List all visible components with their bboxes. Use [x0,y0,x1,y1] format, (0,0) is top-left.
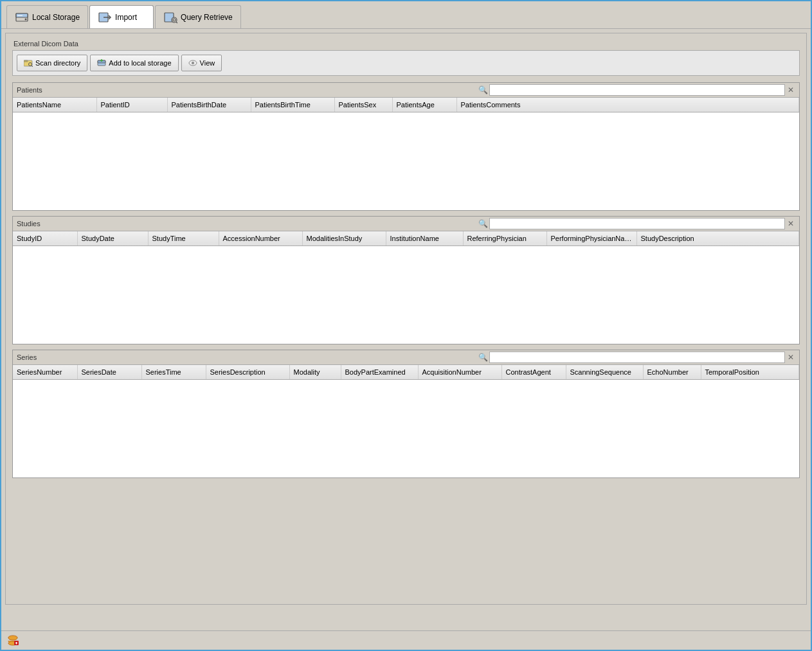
main-content-area: External Dicom Data Scan directory [1,28,811,630]
col-temporal-position: TemporalPosition [701,365,799,379]
studies-close-btn[interactable]: ✕ [786,219,795,228]
patients-section-header: Patients 🔍 ✕ [13,83,799,98]
series-search-input[interactable] [489,352,785,363]
col-acquisition-number: AcquisitionNumber [418,365,501,379]
query-icon [163,10,177,24]
svg-rect-3 [17,15,23,16]
tab-local-storage-label: Local Storage [32,13,80,22]
studies-title: Studies [17,220,41,227]
patients-search-icon[interactable]: 🔍 [478,85,488,94]
col-study-time: StudyTime [148,231,219,245]
series-search-icon[interactable]: 🔍 [478,353,488,362]
studies-search-input[interactable] [489,218,785,229]
svg-line-13 [32,66,33,67]
svg-point-19 [192,62,194,64]
import-icon [98,10,112,24]
status-bar [1,630,811,650]
col-accession-number: AccessionNumber [219,231,302,245]
studies-section-header: Studies 🔍 ✕ [13,217,799,231]
col-study-date: StudyDate [77,231,148,245]
scan-directory-button[interactable]: Scan directory [17,55,87,71]
series-section-header: Series 🔍 ✕ [13,350,799,365]
col-patients-birth-date: PatientsBirthDate [167,98,251,112]
tab-import[interactable]: Import [89,5,154,28]
view-button[interactable]: View [181,55,222,71]
series-title: Series [17,353,37,361]
col-scanning-sequence: ScanningSequence [566,365,643,379]
col-patients-name: PatientsName [13,98,96,112]
patients-search-box: 🔍 ✕ [478,84,795,96]
series-table-container: SeriesNumber SeriesDate SeriesTime Serie… [13,365,799,477]
col-patients-age: PatientsAge [392,98,456,112]
col-performing-physician: PerformingPhysicianName [546,231,636,245]
view-icon [188,58,197,67]
studies-table: StudyID StudyDate StudyTime AccessionNum… [13,231,799,246]
col-institution-name: InstitutionName [386,231,463,245]
series-table: SeriesNumber SeriesDate SeriesTime Serie… [13,365,799,380]
series-header-row: SeriesNumber SeriesDate SeriesTime Serie… [13,365,799,379]
studies-table-container: StudyID StudyDate StudyTime AccessionNum… [13,231,799,344]
patients-header-row: PatientsName PatientID PatientsBirthDate… [13,98,799,112]
patients-title: Patients [17,86,42,94]
col-series-date: SeriesDate [77,365,141,379]
patients-search-input[interactable] [489,84,785,96]
col-patient-id: PatientID [96,98,167,112]
add-storage-icon [97,58,106,67]
toolbar: Scan directory Add to local storage [12,50,800,76]
scan-directory-label: Scan directory [35,59,80,67]
studies-section: Studies 🔍 ✕ StudyID StudyDate Study [12,216,800,344]
studies-search-box: 🔍 ✕ [478,218,795,229]
tab-bar: Local Storage Import Quer [1,1,811,28]
patients-close-btn[interactable]: ✕ [786,85,795,94]
patients-section: Patients 🔍 ✕ PatientsName PatientID [12,82,800,211]
col-patients-sex: PatientsSex [334,98,392,112]
add-to-local-storage-label: Add to local storage [109,59,171,67]
col-modalities-in-study: ModalitiesInStudy [302,231,386,245]
series-search-box: 🔍 ✕ [478,352,795,363]
tab-query-retrieve[interactable]: Query Retrieve [155,5,241,28]
tab-local-storage[interactable]: Local Storage [6,5,88,28]
patients-table-container: PatientsName PatientID PatientsBirthDate… [13,98,799,210]
col-contrast-agent: ContrastAgent [501,365,566,379]
folder-scan-icon [24,58,33,67]
view-label: View [200,59,215,67]
col-patients-comments: PatientsComments [456,98,799,112]
series-close-btn[interactable]: ✕ [786,353,795,362]
col-series-description: SeriesDescription [206,365,289,379]
col-study-description: StudyDescription [636,231,799,245]
main-window: Local Storage Import Quer [0,0,812,651]
svg-line-8 [176,22,177,23]
col-echo-number: EchoNumber [643,365,701,379]
col-patients-birth-time: PatientsBirthTime [251,98,334,112]
add-to-local-storage-button[interactable]: Add to local storage [90,55,178,71]
tab-import-label: Import [115,13,137,22]
tab-query-retrieve-label: Query Retrieve [181,13,233,22]
studies-header-row: StudyID StudyDate StudyTime AccessionNum… [13,231,799,245]
db-status-icon [6,634,19,647]
content-panel: External Dicom Data Scan directory [5,33,807,605]
external-dicom-label: External Dicom Data [12,40,800,48]
col-modality: Modality [289,365,341,379]
col-study-id: StudyID [13,231,77,245]
col-referring-physician: ReferringPhysician [463,231,546,245]
series-section: Series 🔍 ✕ SeriesNumber SeriesDate [12,350,800,478]
col-series-number: SeriesNumber [13,365,77,379]
col-body-part-examined: BodyPartExamined [341,365,418,379]
svg-point-7 [172,17,177,22]
svg-point-2 [25,18,27,20]
patients-table: PatientsName PatientID PatientsBirthDate… [13,98,799,112]
svg-rect-11 [24,60,28,62]
studies-search-icon[interactable]: 🔍 [478,219,488,228]
col-series-time: SeriesTime [141,365,206,379]
hdd-icon [15,10,29,24]
